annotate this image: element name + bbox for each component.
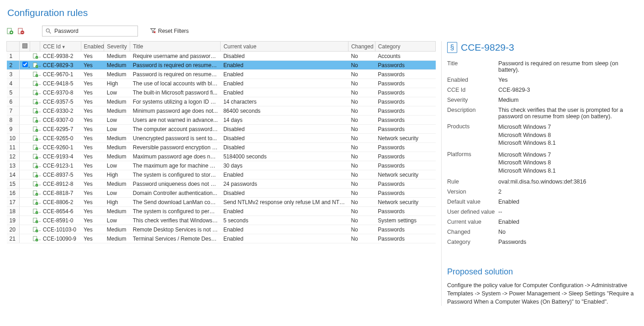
- row-checkbox-cell[interactable]: [20, 143, 30, 152]
- header-changed[interactable]: Changed: [348, 42, 375, 52]
- section-icon: §: [447, 42, 457, 53]
- table-row[interactable]: 19CCE-8591-0YesLowThis check verifies th…: [7, 216, 436, 225]
- remove-rule-icon[interactable]: [17, 27, 25, 35]
- cell-current: Disabled: [221, 189, 348, 198]
- value-current: Enabled: [498, 219, 638, 225]
- table-row[interactable]: 2CCE-9829-3YesMediumPassword is required…: [7, 61, 436, 70]
- row-checkbox-cell[interactable]: [20, 79, 30, 88]
- table-row[interactable]: 11CCE-9260-1YesMediumReversible password…: [7, 143, 436, 152]
- reset-filters-button[interactable]: Reset Filters: [150, 27, 189, 35]
- header-severity[interactable]: Severity: [104, 42, 130, 52]
- row-checkbox-cell[interactable]: [20, 97, 30, 106]
- row-checkbox-cell[interactable]: [20, 88, 30, 97]
- row-checkbox-cell[interactable]: [20, 198, 30, 207]
- header-enabled[interactable]: Enabled: [81, 42, 104, 52]
- table-row[interactable]: 10CCE-9265-0YesMediumUnencrypted passwor…: [7, 134, 436, 143]
- cell-current: Disabled: [221, 143, 348, 152]
- table-row[interactable]: 3CCE-9670-1YesMediumPassword is required…: [7, 70, 436, 79]
- cell-title: Reversible password encryption is...: [130, 143, 221, 152]
- table-row[interactable]: 7CCE-9330-2YesMediumMinimum password age…: [7, 106, 436, 116]
- row-checkbox-cell[interactable]: [20, 170, 30, 179]
- row-checkbox-cell[interactable]: [20, 152, 30, 161]
- table-row[interactable]: 4CCE-9418-5YesHighThe use of local accou…: [7, 79, 436, 88]
- row-status-icon: [30, 170, 40, 179]
- cell-current: 14 days: [221, 116, 348, 125]
- add-rule-icon[interactable]: [6, 27, 14, 35]
- table-row[interactable]: 21CCE-10090-9YesMediumTerminal Services …: [7, 234, 436, 243]
- cell-cce: CCE-9330-2: [40, 106, 81, 116]
- cell-severity: Medium: [104, 179, 130, 189]
- row-checkbox-cell[interactable]: [20, 106, 30, 116]
- row-checkbox-cell[interactable]: [20, 161, 30, 170]
- row-checkbox-cell[interactable]: [20, 52, 30, 61]
- row-checkbox[interactable]: [22, 62, 28, 67]
- row-checkbox-cell[interactable]: [20, 189, 30, 198]
- row-status-icon: [30, 61, 40, 70]
- grid-header-row: CCE Id▼ Enabled Severity Title Current v…: [7, 42, 436, 52]
- row-checkbox-cell[interactable]: [20, 179, 30, 189]
- header-icon[interactable]: [30, 42, 40, 52]
- table-row[interactable]: 16CCE-8818-7YesLowDomain Controller auth…: [7, 189, 436, 198]
- value-rule: oval:mil.disa.fso.windows:def:3816: [498, 179, 638, 185]
- row-checkbox-cell[interactable]: [20, 234, 30, 243]
- row-status-icon: [30, 116, 40, 125]
- cell-severity: Low: [104, 189, 130, 198]
- table-row[interactable]: 12CCE-9193-4YesMediumMaximum password ag…: [7, 152, 436, 161]
- row-number: 18: [7, 207, 20, 216]
- cell-title: The computer account password i...: [130, 125, 221, 134]
- row-checkbox-cell[interactable]: [20, 207, 30, 216]
- solution-text: Configure the policy value for Computer …: [447, 281, 638, 306]
- table-row[interactable]: 1CCE-9938-2YesMediumRequire username and…: [7, 52, 436, 61]
- cell-title: Remote Desktop Services is not c...: [130, 225, 221, 234]
- search-input[interactable]: [53, 27, 135, 35]
- cell-severity: Medium: [104, 207, 130, 216]
- table-row[interactable]: 5CCE-9370-8YesLowThe built-in Microsoft …: [7, 88, 436, 97]
- row-status-icon: [30, 207, 40, 216]
- cell-category: Passwords: [375, 179, 435, 189]
- table-row[interactable]: 6CCE-9357-5YesMediumFor systems utilizin…: [7, 97, 436, 106]
- header-current[interactable]: Current value: [221, 42, 348, 52]
- value-user-defined: --: [498, 209, 638, 215]
- row-status-icon: [30, 125, 40, 134]
- row-checkbox-cell[interactable]: [20, 70, 30, 79]
- cell-changed: No: [348, 106, 375, 116]
- row-status-icon: [30, 198, 40, 207]
- row-checkbox-cell[interactable]: [20, 61, 30, 70]
- row-checkbox-cell[interactable]: [20, 125, 30, 134]
- header-title[interactable]: Title: [130, 42, 221, 52]
- cell-changed: No: [348, 125, 375, 134]
- row-checkbox-cell[interactable]: [20, 216, 30, 225]
- rules-grid: CCE Id▼ Enabled Severity Title Current v…: [6, 41, 436, 306]
- cell-cce: CCE-9265-0: [40, 134, 81, 143]
- details-panel: § CCE-9829-3 TitlePassword is required o…: [441, 41, 638, 306]
- cell-cce: CCE-8806-2: [40, 198, 81, 207]
- table-row[interactable]: 18CCE-8654-6YesMediumThe system is confi…: [7, 207, 436, 216]
- cell-title: Terminal Services / Remote Deskt...: [130, 234, 221, 243]
- header-checkbox[interactable]: [20, 42, 30, 52]
- row-checkbox-cell[interactable]: [20, 116, 30, 125]
- search-input-group[interactable]: [42, 26, 138, 37]
- table-row[interactable]: 13CCE-9123-1YesLowThe maximum age for ma…: [7, 161, 436, 170]
- header-category[interactable]: Category: [375, 42, 435, 52]
- row-number: 2: [7, 61, 20, 70]
- table-row[interactable]: 15CCE-8912-8YesMediumPassword uniqueness…: [7, 179, 436, 189]
- cell-changed: No: [348, 134, 375, 143]
- table-row[interactable]: 14CCE-8937-5YesHighThe system is configu…: [7, 170, 436, 179]
- header-cce[interactable]: CCE Id▼: [40, 42, 81, 52]
- solution-title: Proposed solution: [447, 267, 638, 277]
- label-platforms: Platforms: [447, 151, 498, 175]
- table-row[interactable]: 20CCE-10103-0YesMediumRemote Desktop Ser…: [7, 225, 436, 234]
- cell-changed: No: [348, 79, 375, 88]
- header-rownum[interactable]: [7, 42, 20, 52]
- cell-title: Require username and password...: [130, 52, 221, 61]
- value-severity: Medium: [498, 97, 638, 103]
- table-row[interactable]: 9CCE-9295-7YesLowThe computer account pa…: [7, 125, 436, 134]
- table-row[interactable]: 8CCE-9307-0YesLowUsers are not warned in…: [7, 116, 436, 125]
- cell-changed: No: [348, 52, 375, 61]
- label-current: Current value: [447, 219, 498, 225]
- cell-enabled: Yes: [81, 152, 104, 161]
- table-row[interactable]: 17CCE-8806-2YesHighThe Send download Lan…: [7, 198, 436, 207]
- cell-category: Passwords: [375, 234, 435, 243]
- row-checkbox-cell[interactable]: [20, 134, 30, 143]
- row-checkbox-cell[interactable]: [20, 225, 30, 234]
